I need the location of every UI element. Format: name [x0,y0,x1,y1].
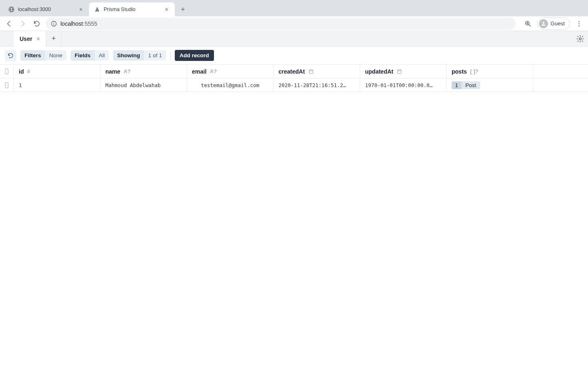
calendar-icon [396,69,402,74]
data-table: id # name A? email A? createdAt updatedA… [0,65,588,92]
svg-marker-2 [95,7,100,11]
divider [170,50,171,61]
column-type-badge: # [27,68,30,74]
row-checkbox[interactable] [0,79,14,92]
back-button[interactable] [4,19,14,29]
column-type-badge: A? [210,68,217,74]
url-text: localhost:5555 [60,20,97,27]
column-header-name[interactable]: name A? [100,65,187,78]
browser-tab-prisma-studio[interactable]: Prisma Studio × [89,2,175,16]
svg-rect-12 [309,70,313,73]
svg-point-9 [579,23,579,24]
relation-badge[interactable]: 1 Post [452,81,480,89]
settings-button[interactable] [572,35,588,43]
browser-tab-localhost-3000[interactable]: localhost:3000 × [3,2,89,16]
browser-toolbar: localhost:5555 Guest [0,16,588,31]
column-header-email[interactable]: email A? [187,65,274,78]
globe-icon [8,6,15,13]
cell-name[interactable]: Mahmoud Abdelwahab [100,79,187,92]
add-record-button[interactable]: Add record [175,50,214,61]
column-header-posts[interactable]: posts [ ]? [447,65,533,78]
column-name: createdAt [278,68,305,75]
fields-label: Fields [71,50,95,61]
column-header-id[interactable]: id # [14,65,100,78]
filters-label: Filters [20,50,45,61]
tab-title: Prisma Studio [104,7,160,12]
cell-updatedat[interactable]: 1970-01-01T00:00:00.0… [360,79,447,92]
svg-rect-13 [398,70,401,73]
model-tab-bar: User × + [0,31,588,47]
model-tab-label: User [20,36,32,42]
add-model-tab-button[interactable]: + [46,31,62,47]
svg-point-8 [579,21,579,22]
table-row[interactable]: 1 Mahmoud Abdelwahab testemail@gmail.com… [0,79,588,92]
zoom-icon[interactable] [523,19,533,29]
column-header-updatedat[interactable]: updatedAt [360,65,447,78]
column-name: updatedAt [365,68,393,75]
column-name: name [105,68,120,75]
gear-icon [576,35,584,43]
kebab-menu-icon[interactable] [574,19,584,29]
svg-point-7 [543,22,545,24]
column-name: email [192,68,207,75]
url-port: :5555 [83,20,97,27]
address-bar[interactable]: localhost:5555 [46,18,516,30]
column-name: posts [452,68,467,75]
column-header-createdat[interactable]: createdAt [274,65,360,78]
showing-label: Showing [113,50,144,61]
model-tab-user[interactable]: User × [14,31,46,47]
cell-createdat[interactable]: 2020-11-28T21:16:51.2… [274,79,360,92]
refresh-button[interactable] [5,50,16,61]
forward-button[interactable] [18,19,28,29]
new-tab-button[interactable]: + [177,4,189,15]
close-icon[interactable]: × [78,6,84,13]
table-header-row: id # name A? email A? createdAt updatedA… [0,65,588,79]
cell-email[interactable]: testemail@gmail.com [187,79,274,92]
profile-chip[interactable]: Guest [537,18,570,30]
close-icon[interactable]: × [163,6,170,13]
relation-label: Post [461,81,480,89]
tab-strip: localhost:3000 × Prisma Studio × + [0,0,588,16]
reload-button[interactable] [32,19,42,29]
column-name: id [19,68,24,75]
fields-pill[interactable]: Fields All [71,50,109,61]
showing-value: 1 of 1 [144,50,166,61]
column-type-badge: [ ]? [470,68,478,74]
prisma-studio: User × + Filters None Fields All Showing… [0,31,588,92]
tab-title: localhost:3000 [18,7,74,12]
svg-rect-5 [53,23,54,25]
site-info-icon[interactable] [51,20,57,27]
profile-label: Guest [550,20,565,27]
calendar-icon [308,69,314,74]
filters-value: None [45,50,67,61]
fields-value: All [95,50,109,61]
url-host: localhost [60,20,83,27]
filter-bar: Filters None Fields All Showing 1 of 1 A… [0,47,588,65]
cell-posts[interactable]: 1 Post [447,79,533,92]
refresh-icon [7,52,14,59]
svg-point-10 [579,25,579,26]
relation-count: 1 [452,81,461,89]
showing-pill[interactable]: Showing 1 of 1 [113,50,166,61]
filters-pill[interactable]: Filters None [20,50,67,61]
prisma-icon [94,6,100,13]
cell-id[interactable]: 1 [14,79,100,92]
svg-point-11 [579,38,581,40]
avatar-icon [539,19,548,28]
select-all-checkbox[interactable] [0,65,14,78]
svg-point-4 [53,22,54,23]
close-icon[interactable]: × [36,35,40,42]
column-type-badge: A? [124,68,131,74]
browser-chrome: localhost:3000 × Prisma Studio × + local… [0,0,588,31]
